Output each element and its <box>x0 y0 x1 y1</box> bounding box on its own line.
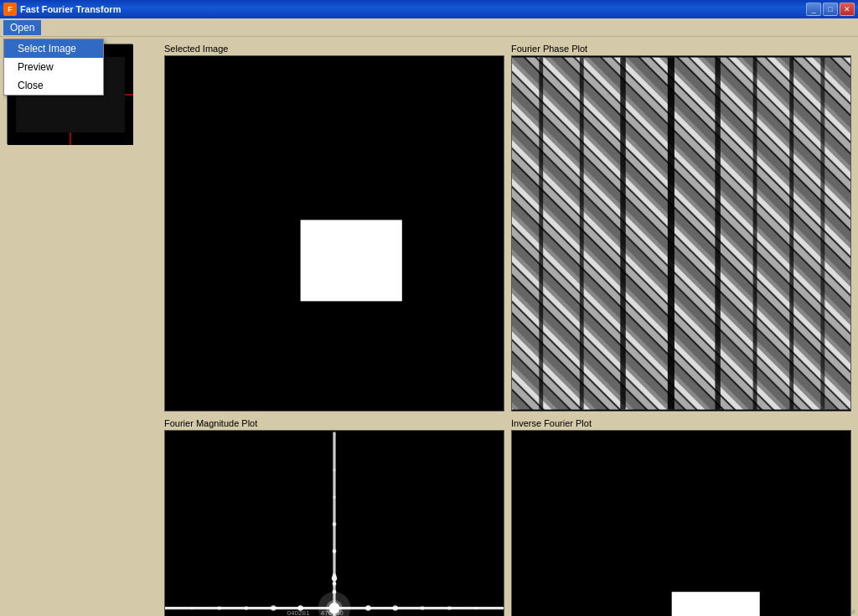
panels-grid: Selected Image Fourier Phase Plot <box>164 44 851 616</box>
close-window-button[interactable]: ✕ <box>840 3 855 16</box>
svg-point-29 <box>365 606 370 611</box>
svg-rect-15 <box>668 57 675 409</box>
inverse-fourier-panel: Inverse Fourier Plot <box>511 418 851 616</box>
svg-point-50 <box>333 574 337 578</box>
svg-point-36 <box>333 522 337 526</box>
phase-svg <box>512 56 850 411</box>
svg-rect-13 <box>580 57 584 409</box>
title-text: Fast Fourier Transform <box>20 4 121 14</box>
maximize-button[interactable]: □ <box>823 3 838 16</box>
svg-point-26 <box>245 606 249 610</box>
svg-rect-19 <box>820 57 824 409</box>
svg-point-33 <box>475 607 478 609</box>
fourier-magnitude-title: Fourier Magnitude Plot <box>164 418 504 428</box>
svg-point-28 <box>191 607 194 609</box>
fourier-magnitude-panel: Fourier Magnitude Plot <box>164 418 504 616</box>
svg-point-38 <box>333 468 335 471</box>
svg-point-49 <box>333 582 337 586</box>
svg-rect-55 <box>672 592 760 616</box>
inverse-fourier-title: Inverse Fourier Plot <box>511 418 851 428</box>
content-area: Selected Image Fourier Phase Plot <box>7 44 851 616</box>
selected-image-canvas <box>164 55 504 412</box>
svg-rect-14 <box>620 57 625 409</box>
selected-image-panel: Selected Image <box>164 44 504 412</box>
svg-rect-17 <box>753 57 757 409</box>
svg-text:040281: 040281 <box>287 609 309 616</box>
window-controls: _ □ ✕ <box>806 3 855 16</box>
inverse-svg <box>512 431 850 616</box>
left-panel <box>7 44 158 616</box>
app-icon: F <box>3 3 17 16</box>
minimize-button[interactable]: _ <box>806 3 821 16</box>
menu-bar: Open Select Image Preview Close <box>0 18 858 37</box>
fourier-magnitude-canvas: 040281 476080 <box>164 430 504 616</box>
fourier-phase-title: Fourier Phase Plot <box>511 44 851 54</box>
selected-image-title: Selected Image <box>164 44 504 54</box>
svg-rect-54 <box>512 432 850 616</box>
svg-point-48 <box>333 590 337 594</box>
svg-rect-16 <box>715 57 720 409</box>
selected-image-svg <box>165 56 504 411</box>
svg-rect-18 <box>789 57 793 409</box>
resize-grip: ⊿ <box>850 608 858 616</box>
svg-point-30 <box>392 606 397 611</box>
svg-rect-11 <box>512 57 850 409</box>
svg-point-25 <box>271 606 276 611</box>
svg-point-31 <box>421 606 425 610</box>
close-menu-item[interactable]: Close <box>4 76 103 95</box>
preview-menu-item[interactable]: Preview <box>4 58 103 76</box>
select-image-menu-item[interactable]: Select Image <box>4 39 103 58</box>
magnitude-svg: 040281 476080 <box>165 431 504 616</box>
svg-point-37 <box>333 496 335 499</box>
svg-text:476080: 476080 <box>321 609 344 616</box>
svg-rect-12 <box>539 57 543 409</box>
title-bar: F Fast Fourier Transform _ □ ✕ <box>0 0 858 18</box>
inverse-fourier-canvas <box>511 430 851 616</box>
svg-rect-5 <box>301 220 402 301</box>
svg-point-32 <box>447 606 452 610</box>
main-content: Selected Image Fourier Phase Plot <box>0 37 858 616</box>
fourier-phase-canvas <box>511 55 851 412</box>
fourier-phase-panel: Fourier Phase Plot <box>511 44 851 412</box>
open-dropdown: Select Image Preview Close <box>3 39 104 96</box>
open-menu-item[interactable]: Open Select Image Preview Close <box>3 20 41 35</box>
svg-point-35 <box>333 549 337 553</box>
svg-point-27 <box>217 606 221 610</box>
